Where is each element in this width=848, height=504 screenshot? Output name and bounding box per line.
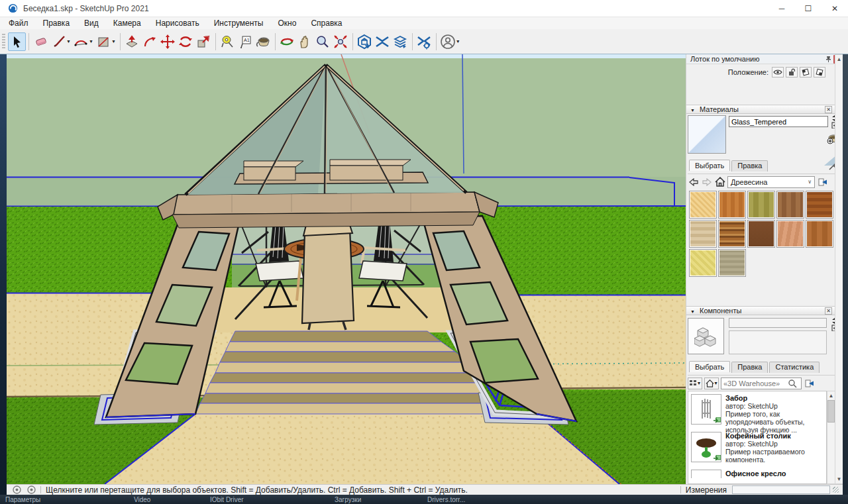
material-swatch[interactable] <box>689 191 717 219</box>
back-arrow-icon[interactable] <box>688 176 699 187</box>
material-swatch[interactable] <box>776 191 804 219</box>
taskbar-item[interactable]: Drivers.torr... <box>427 496 465 503</box>
extension-manager-button[interactable] <box>415 32 433 51</box>
taskbar-item[interactable]: Video <box>134 496 150 503</box>
resize-grip[interactable] <box>833 487 839 493</box>
arc-tool-caret[interactable]: ▼ <box>89 39 93 44</box>
list-item[interactable]: Кофейный столик автор: SketchUp Пример н… <box>688 429 826 467</box>
account-button[interactable] <box>439 32 457 51</box>
menu-draw[interactable]: Нарисовать <box>148 19 207 28</box>
menu-camera[interactable]: Камера <box>106 19 148 28</box>
geolocation-icon[interactable] <box>13 485 21 494</box>
material-name-field[interactable] <box>729 116 828 127</box>
menu-window[interactable]: Окно <box>270 19 303 28</box>
model-viewport[interactable] <box>7 54 686 484</box>
scale-tool-button[interactable] <box>195 32 213 51</box>
component-name-field[interactable] <box>729 318 827 328</box>
list-item[interactable]: Офисное кресло <box>688 467 826 478</box>
orbit-tool-button[interactable] <box>278 32 296 51</box>
rectangle-tool-button[interactable] <box>95 32 113 51</box>
share-component-button[interactable] <box>392 32 409 51</box>
zoom-extents-tool-button[interactable] <box>332 32 350 51</box>
material-swatch[interactable] <box>747 220 775 248</box>
move-tool-button[interactable] <box>159 32 177 51</box>
forward-arrow-icon[interactable] <box>701 176 712 187</box>
menu-tools[interactable]: Инструменты <box>207 19 271 28</box>
account-caret[interactable]: ▼ <box>456 39 460 44</box>
arc-tool-button[interactable] <box>72 32 90 51</box>
components-tab-stats[interactable]: Статистика <box>769 362 820 373</box>
eave-ring[interactable] <box>158 192 498 228</box>
menu-help[interactable]: Справка <box>303 19 349 28</box>
material-swatch[interactable] <box>689 249 717 277</box>
paint-bucket-tool-button[interactable] <box>254 32 272 51</box>
material-swatch[interactable] <box>747 191 775 219</box>
text-tool-button[interactable]: A1 <box>237 32 254 51</box>
search-icon[interactable] <box>788 379 797 388</box>
dock-left-icon[interactable] <box>800 67 812 77</box>
search-input[interactable] <box>721 379 788 387</box>
material-swatch[interactable] <box>718 220 746 248</box>
unlock-icon[interactable] <box>786 67 798 77</box>
push-pull-tool-button[interactable] <box>123 32 141 51</box>
scrollbar-thumb[interactable] <box>827 400 835 423</box>
material-swatch[interactable] <box>718 249 746 277</box>
scroll-up-icon[interactable]: ▲ <box>835 55 843 64</box>
material-swatch[interactable] <box>776 220 804 248</box>
maximize-button[interactable]: ☐ <box>795 0 822 17</box>
material-swatch[interactable] <box>689 220 717 248</box>
components-tab-edit[interactable]: Правка <box>731 362 768 373</box>
dock-right-icon[interactable] <box>814 67 825 77</box>
visibility-eye-icon[interactable] <box>772 67 784 77</box>
scroll-down-icon[interactable]: ▼ <box>835 475 843 483</box>
taskbar-item[interactable]: Загрузки <box>335 496 361 503</box>
material-swatch[interactable] <box>718 191 746 219</box>
line-tool-button[interactable] <box>50 32 68 51</box>
taskbar-item[interactable]: Параметры <box>5 496 40 503</box>
components-section-header[interactable]: ▼ Компоненты ✕ <box>686 306 843 315</box>
material-category-select[interactable]: Древесина ∨ <box>727 176 815 188</box>
menu-view[interactable]: Вид <box>77 19 106 28</box>
view-options-icon[interactable]: ▾ <box>688 378 702 389</box>
components-search-field[interactable] <box>721 378 802 389</box>
close-button[interactable]: ✕ <box>822 0 848 17</box>
pin-icon[interactable] <box>825 56 832 63</box>
materials-tabs: Выбрать Правка <box>689 160 769 172</box>
components-tab-select[interactable]: Выбрать <box>689 361 730 372</box>
scroll-up-icon[interactable]: ▲ <box>827 391 835 400</box>
materials-section-header[interactable]: ▼ Материалы ✕ <box>686 105 843 114</box>
components-home-icon[interactable]: ▾ <box>704 378 719 389</box>
material-swatch[interactable] <box>806 220 833 248</box>
list-item[interactable]: Забор автор: SketchUp Пример того, как у… <box>688 391 826 429</box>
home-icon[interactable] <box>714 176 725 187</box>
rectangle-tool-caret[interactable]: ▼ <box>111 39 116 44</box>
materials-tab-select[interactable]: Выбрать <box>689 160 730 171</box>
materials-close-icon[interactable]: ✕ <box>825 106 832 113</box>
tape-measure-tool-button[interactable] <box>219 32 237 51</box>
components-close-icon[interactable]: ✕ <box>825 307 832 315</box>
materials-tab-edit[interactable]: Правка <box>731 160 768 172</box>
line-tool-caret[interactable]: ▼ <box>66 39 71 44</box>
minimize-button[interactable]: ─ <box>768 0 795 17</box>
measurements-input[interactable] <box>732 485 830 494</box>
follow-me-tool-button[interactable] <box>141 32 159 51</box>
viewport-canvas[interactable] <box>7 54 686 484</box>
toolbar-grip[interactable] <box>2 34 5 50</box>
credits-icon[interactable] <box>27 485 36 494</box>
rotate-tool-button[interactable] <box>177 32 195 51</box>
eraser-tool-button[interactable] <box>32 32 50 51</box>
share-model-button[interactable] <box>374 32 392 51</box>
tray-title[interactable]: Лоток по умолчанию ✕ <box>686 54 843 64</box>
details-arrow-icon[interactable] <box>804 378 815 389</box>
taskbar-item[interactable]: IObit Driver <box>210 496 244 503</box>
3d-warehouse-button[interactable] <box>356 32 374 51</box>
component-description-field[interactable] <box>729 330 827 354</box>
pan-tool-button[interactable] <box>296 32 314 51</box>
sand-path[interactable] <box>105 414 621 484</box>
zoom-tool-button[interactable] <box>314 32 332 51</box>
select-tool-button[interactable] <box>8 32 26 51</box>
menu-edit[interactable]: Правка <box>36 19 78 28</box>
menu-file[interactable]: Файл <box>0 19 36 28</box>
material-swatch[interactable] <box>806 191 833 219</box>
details-arrow-icon[interactable] <box>817 176 828 187</box>
